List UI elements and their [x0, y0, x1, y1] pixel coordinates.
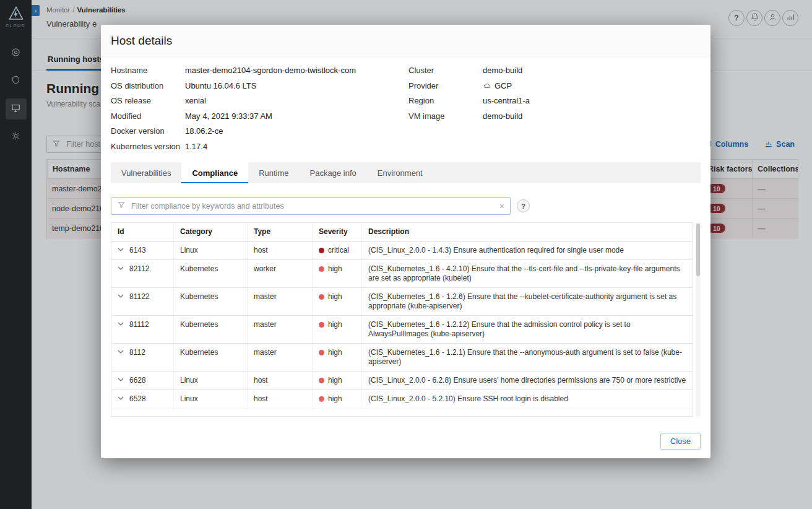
detail-value: 1.17.4 [185, 141, 207, 153]
severity-dot [319, 266, 324, 272]
severity-dot [319, 378, 324, 383]
detail-row: Docker version 18.06.2-ce [111, 126, 408, 137]
detail-value: us-central1-a [483, 95, 530, 107]
details-right-column: Cluster demo-build Provider GCP [408, 65, 530, 152]
chevron-down-icon[interactable] [118, 378, 124, 381]
compliance-row[interactable]: 6528 Linux host high (CIS_Linux_2.0.0 - … [111, 390, 693, 409]
compliance-row[interactable]: 81122 Kubernetes master high (CIS_Kubern… [111, 288, 693, 316]
scrollbar-thumb[interactable] [696, 224, 700, 276]
compliance-table-header: Id Category Type Severity Description [111, 223, 693, 241]
compliance-type: master [247, 288, 312, 315]
modal-header: Host details [101, 25, 710, 56]
compliance-row[interactable]: 8112 Kubernetes master high (CIS_Kuberne… [111, 344, 693, 372]
table-scrollbar[interactable] [696, 222, 701, 417]
detail-row: Modified May 4, 2021 9:33:37 AM [111, 111, 408, 123]
filter-help-button[interactable]: ? [517, 199, 530, 212]
compliance-category: Linux [173, 390, 247, 408]
close-button[interactable]: Close [660, 433, 701, 450]
modal-tab[interactable]: Package info [300, 162, 367, 183]
severity-dot [319, 350, 324, 355]
type-header: Type [247, 223, 312, 241]
compliance-id: 81112 [129, 320, 149, 329]
compliance-type: host [247, 390, 312, 408]
compliance-type: master [247, 316, 312, 343]
id-header: Id [111, 223, 173, 241]
detail-value: May 4, 2021 9:33:37 AM [185, 111, 272, 123]
modal-tab[interactable]: Environment [367, 162, 433, 183]
detail-row: Kubernetes version 1.17.4 [111, 141, 408, 153]
compliance-row[interactable]: 6628 Linux host high (CIS_Linux_2.0.0 - … [111, 372, 693, 390]
severity-dot [319, 294, 324, 300]
compliance-description: (CIS_Kubernetes_1.6 - 1.2.1) Ensure that… [361, 344, 693, 371]
modal-tab[interactable]: Runtime [248, 162, 299, 183]
compliance-description: (CIS_Linux_2.0.0 - 5.2.1) Ensure permiss… [361, 409, 693, 417]
severity-label: high [328, 292, 342, 302]
host-details: Hostname master-demo2104-sgordon-demo-tw… [111, 65, 701, 152]
chevron-down-icon[interactable] [118, 322, 124, 326]
chevron-down-icon[interactable] [118, 248, 124, 251]
compliance-type: master [247, 344, 312, 371]
compliance-table-wrap: Id Category Type Severity Description 61… [111, 222, 701, 417]
compliance-category: Kubernetes [173, 288, 247, 315]
compliance-category: Linux [173, 409, 247, 417]
severity-label: high [328, 394, 342, 404]
compliance-description: (CIS_Kubernetes_1.6 - 1.2.12) Ensure tha… [361, 316, 693, 343]
compliance-type: worker [247, 260, 312, 287]
severity-label: high [328, 348, 342, 357]
compliance-type: host [247, 409, 312, 417]
chevron-down-icon[interactable] [118, 415, 124, 417]
detail-row: OS release xenial [111, 95, 408, 107]
severity-label: high [328, 413, 342, 417]
compliance-filter[interactable]: × [111, 197, 511, 215]
modal-tab[interactable]: Compliance [181, 162, 248, 183]
modal-title: Host details [111, 34, 701, 48]
detail-label: Kubernetes version [111, 141, 185, 153]
severity-label: high [328, 264, 342, 274]
compliance-id: 8112 [129, 348, 145, 357]
detail-label: OS distribution [111, 80, 185, 92]
detail-value: GCP [495, 80, 512, 92]
compliance-id: 6521 [129, 413, 146, 417]
compliance-description: (CIS_Linux_2.0.0 - 1.4.3) Ensure authent… [361, 241, 693, 259]
compliance-filter-row: × ? [111, 197, 701, 215]
modal-tab[interactable]: Vulnerabilities [111, 162, 181, 183]
chevron-down-icon[interactable] [118, 350, 124, 354]
compliance-row[interactable]: 6143 Linux host critical (CIS_Linux_2.0.… [111, 241, 693, 260]
compliance-id: 6528 [129, 394, 146, 404]
modal-tab-label: Runtime [259, 168, 288, 178]
modal-tab-label: Package info [310, 168, 356, 178]
modal-body: Hostname master-demo2104-sgordon-demo-tw… [101, 56, 710, 425]
compliance-row[interactable]: 6521 Linux host high (CIS_Linux_2.0.0 - … [111, 409, 693, 417]
detail-value: xenial [185, 95, 206, 107]
compliance-row[interactable]: 82112 Kubernetes worker high (CIS_Kubern… [111, 260, 693, 288]
detail-value: 18.06.2-ce [185, 126, 223, 137]
detail-row: Provider GCP [408, 80, 530, 92]
detail-label: Hostname [111, 65, 185, 77]
chevron-down-icon[interactable] [118, 396, 124, 400]
filter-funnel-icon [117, 201, 126, 211]
compliance-id: 82112 [129, 264, 149, 274]
detail-label: Cluster [408, 65, 483, 77]
compliance-row[interactable]: 81112 Kubernetes master high (CIS_Kubern… [111, 316, 693, 344]
compliance-filter-input[interactable] [130, 201, 495, 211]
chevron-down-icon[interactable] [118, 266, 124, 270]
detail-row: VM image demo-build [408, 111, 530, 123]
compliance-category: Kubernetes [173, 344, 247, 371]
severity-dot [319, 322, 324, 328]
compliance-table: Id Category Type Severity Description 61… [111, 222, 693, 417]
compliance-description: (CIS_Kubernetes_1.6 - 4.2.10) Ensure tha… [361, 260, 693, 287]
severity-header: Severity [312, 223, 361, 241]
modal-tab-label: Compliance [192, 168, 238, 178]
clear-filter-icon[interactable]: × [499, 202, 504, 211]
severity-dot [319, 415, 324, 417]
severity-label: critical [328, 246, 349, 255]
compliance-category: Linux [173, 372, 247, 389]
chevron-down-icon[interactable] [118, 294, 124, 298]
gcp-icon [483, 82, 491, 90]
compliance-description: (CIS_Linux_2.0.0 - 5.2.10) Ensure SSH ro… [361, 390, 693, 408]
detail-label: Modified [111, 111, 185, 123]
modal-tab-label: Vulnerabilities [121, 168, 171, 178]
description-header: Description [361, 223, 693, 241]
category-header: Category [173, 223, 247, 241]
modal-tabs: Vulnerabilities Compliance Runtime Packa… [111, 162, 701, 183]
